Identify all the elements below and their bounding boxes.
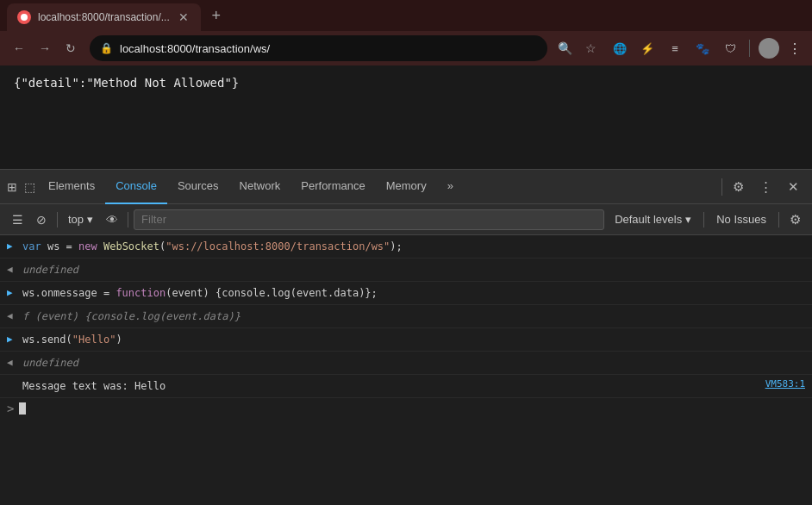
console-line: ◀ f (event) {console.log(event.data)}	[0, 305, 812, 328]
more-menu-button[interactable]: ⋮	[784, 41, 805, 57]
search-button[interactable]: 🔍	[554, 38, 575, 59]
console-source-link[interactable]: VM583:1	[765, 378, 805, 390]
devtools-inspect-icon[interactable]: ⬚	[21, 178, 38, 196]
default-levels-dropdown[interactable]: Default levels ▾	[608, 211, 698, 228]
console-toolbar: ☰ ⊘ top ▾ 👁 Default levels ▾ No Issues ⚙	[0, 204, 812, 235]
expand-arrow-icon[interactable]: ▶	[7, 287, 17, 298]
console-line: ▶ ws.onmessage = function(event) {consol…	[0, 282, 812, 305]
return-arrow-icon: ◀	[7, 264, 17, 275]
tab-network[interactable]: Network	[229, 170, 291, 204]
console-line: ◀ undefined	[0, 352, 812, 375]
toolbar-separator-3	[703, 212, 704, 228]
devtools-tab-bar: ⊞ ⬚ Elements Console Sources Network Per…	[0, 170, 812, 204]
ext-icon-1[interactable]: 🌐	[608, 36, 632, 60]
no-issues-button[interactable]: No Issues	[709, 211, 773, 228]
console-text: ws.onmessage = function(event) {console.…	[22, 285, 805, 301]
console-message-text: Message text was: Hello	[22, 378, 760, 394]
default-levels-label: Default levels	[615, 213, 682, 226]
eye-button[interactable]: 👁	[102, 209, 122, 230]
tab-performance[interactable]: Performance	[290, 170, 375, 204]
context-label: top	[68, 213, 84, 226]
no-issues-label: No Issues	[716, 213, 766, 226]
devtools-close-icon[interactable]: ✕	[781, 175, 805, 199]
separator	[749, 40, 750, 57]
levels-chevron-icon: ▾	[685, 213, 691, 226]
return-arrow-icon: ◀	[7, 357, 17, 368]
ext-icon-3[interactable]: ≡	[663, 36, 687, 60]
console-text: undefined	[22, 355, 805, 371]
console-text: undefined	[22, 262, 805, 277]
console-text: var ws = new WebSocket("ws://localhost:8…	[22, 239, 805, 254]
address-bar-row: ← → ↻ 🔒 localhost:8000/transaction/ws/ 🔍…	[0, 31, 812, 65]
console-settings-icon[interactable]: ⚙	[784, 209, 805, 230]
avatar	[759, 38, 779, 59]
tab-console[interactable]: Console	[105, 170, 167, 204]
console-line: ▶ var ws = new WebSocket("ws://localhost…	[0, 235, 812, 259]
ext-icon-2[interactable]: ⚡	[635, 36, 659, 60]
nav-controls: ← → ↻	[7, 36, 83, 60]
expand-arrow-icon[interactable]: ▶	[7, 240, 17, 252]
devtools-action-icons: ⚙ ⋮ ✕	[726, 175, 809, 199]
page-response-text: {"detail":"Method Not Allowed"}	[14, 76, 239, 90]
devtools-separator	[721, 178, 722, 196]
ext-icon-4[interactable]: 🐾	[690, 36, 715, 60]
console-input-line: >	[0, 398, 812, 419]
devtools-panel: ⊞ ⬚ Elements Console Sources Network Per…	[0, 169, 812, 505]
tab-elements[interactable]: Elements	[38, 170, 105, 204]
forward-button[interactable]: →	[33, 36, 57, 60]
show-sidebar-button[interactable]: ☰	[7, 209, 28, 230]
toolbar-separator-2	[128, 212, 128, 228]
devtools-more-options-icon[interactable]: ⋮	[753, 175, 778, 199]
tab-close-button[interactable]: ✕	[177, 9, 191, 26]
console-prompt-icon: >	[7, 402, 14, 415]
tab-more[interactable]: »	[437, 170, 464, 204]
expand-arrow-icon[interactable]: ▶	[7, 334, 17, 345]
tab-title: localhost:8000/transaction/...	[38, 11, 170, 23]
toolbar-separator-1	[57, 212, 58, 228]
console-line: ◀ undefined	[0, 259, 812, 282]
context-dropdown[interactable]: top ▾	[63, 211, 98, 228]
address-bar-actions: 🔍 ☆	[554, 38, 601, 59]
console-line: ▶ ws.send("Hello")	[0, 328, 812, 352]
console-output: ▶ var ws = new WebSocket("ws://localhost…	[0, 235, 812, 505]
return-arrow-icon: ◀	[7, 310, 17, 321]
back-button[interactable]: ←	[7, 36, 31, 60]
lock-icon: 🔒	[100, 42, 113, 54]
tab-bar: localhost:8000/transaction/... ✕ +	[0, 0, 812, 31]
address-bar-wrapper[interactable]: 🔒 localhost:8000/transaction/ws/	[90, 35, 547, 61]
console-cursor[interactable]	[19, 402, 26, 415]
page-content: {"detail":"Method Not Allowed"}	[0, 65, 812, 169]
extension-icons: 🌐 ⚡ ≡ 🐾 🛡 ⋮	[608, 36, 805, 60]
console-line: ▶ Message text was: Hello VM583:1	[0, 375, 812, 398]
refresh-button[interactable]: ↻	[59, 36, 83, 60]
browser-chrome: localhost:8000/transaction/... ✕ + ← → ↻…	[0, 0, 812, 65]
tab-memory[interactable]: Memory	[376, 170, 437, 204]
console-text: ws.send("Hello")	[22, 332, 805, 347]
devtools-settings-icon[interactable]: ⚙	[726, 175, 750, 199]
chevron-down-icon: ▾	[87, 213, 93, 226]
filter-input[interactable]	[134, 209, 604, 230]
bookmark-button[interactable]: ☆	[580, 38, 601, 59]
tab-sources[interactable]: Sources	[167, 170, 229, 204]
active-tab[interactable]: localhost:8000/transaction/... ✕	[7, 3, 201, 31]
new-tab-button[interactable]: +	[204, 3, 228, 28]
toolbar-separator-4	[778, 212, 779, 228]
url-display[interactable]: localhost:8000/transaction/ws/	[120, 42, 537, 55]
tab-favicon	[17, 10, 31, 24]
devtools-grid-icon[interactable]: ⊞	[3, 178, 21, 196]
profile-button[interactable]	[757, 36, 781, 60]
console-text: f (event) {console.log(event.data)}	[22, 309, 805, 324]
clear-console-button[interactable]: ⊘	[31, 209, 52, 230]
ext-icon-5[interactable]: 🛡	[718, 36, 742, 60]
